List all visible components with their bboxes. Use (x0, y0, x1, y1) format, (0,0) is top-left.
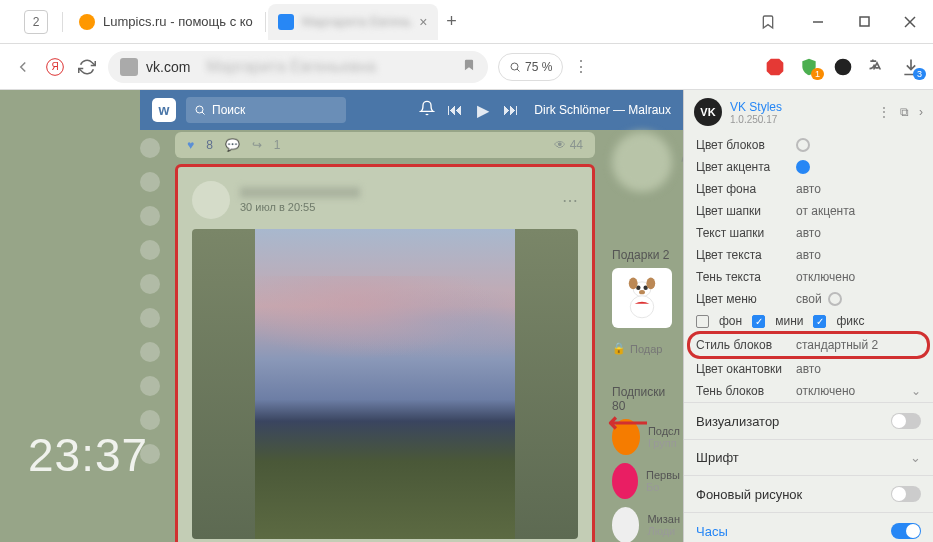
sub-item[interactable]: ПервыБо (612, 463, 680, 499)
svg-point-16 (629, 277, 638, 289)
share-icon[interactable]: ↪ (252, 138, 262, 152)
nav-item[interactable] (140, 172, 160, 192)
row-header-color[interactable]: Цвет шапкиот акцента (696, 200, 921, 222)
nav-item[interactable] (140, 206, 160, 226)
row-block-shadow[interactable]: Тень блоковотключено⌄ (696, 380, 921, 402)
panel-logo-icon: VK (694, 98, 722, 126)
row-block-style-highlighted[interactable]: Стиль блоковстандартный 2 (690, 334, 927, 356)
color-swatch[interactable] (828, 292, 842, 306)
color-swatch[interactable] (796, 138, 810, 152)
bookmark-icon[interactable] (745, 0, 791, 44)
reload-button[interactable] (76, 56, 98, 78)
nav-item[interactable] (140, 376, 160, 396)
post-image[interactable] (192, 229, 578, 539)
gift-item[interactable] (612, 268, 672, 328)
gifts-title[interactable]: Подарки 2 (612, 248, 680, 262)
favicon-icon (278, 14, 294, 30)
search-placeholder: Поиск (212, 103, 245, 117)
nav-item[interactable] (140, 240, 160, 260)
close-button[interactable] (887, 0, 933, 44)
row-bg-color[interactable]: Цвет фонаавто (696, 178, 921, 200)
nav-item[interactable] (140, 308, 160, 328)
url-box[interactable]: vk.com Маргарита Евгеньевна (108, 51, 488, 83)
avatar[interactable] (192, 181, 230, 219)
close-tab-icon[interactable]: × (419, 14, 427, 30)
zoom-indicator[interactable]: 75 % (498, 53, 563, 81)
section-font[interactable]: Шрифт⌄ (684, 439, 933, 475)
page-bookmark-icon[interactable] (462, 58, 476, 76)
favicon-icon (79, 14, 95, 30)
copy-icon[interactable]: ⧉ (900, 105, 909, 119)
row-accent-color[interactable]: Цвет акцента (696, 156, 921, 178)
minimize-button[interactable] (795, 0, 841, 44)
adblock-icon[interactable] (765, 57, 785, 77)
maximize-button[interactable] (841, 0, 887, 44)
notifications-icon[interactable] (418, 100, 436, 120)
profile-avatar-blurred (612, 132, 672, 192)
sub-item[interactable]: МизанЛюди (612, 507, 680, 542)
panel-title: VK Styles (730, 100, 782, 114)
next-track-icon[interactable]: ⏭ (502, 101, 520, 119)
post-actions-bar: ♥ 8 💬 ↪ 1 👁 44 (175, 132, 595, 158)
panel-header: VK VK Styles 1.0.250.17 ⋮ ⧉ › (684, 90, 933, 134)
checkbox-bg[interactable] (696, 315, 709, 328)
tab-counter[interactable]: 2 (24, 10, 48, 34)
like-icon[interactable]: ♥ (187, 138, 194, 152)
play-icon[interactable]: ▶ (474, 101, 492, 120)
extensions-tray: 1 3 (765, 57, 921, 77)
svg-point-15 (639, 290, 645, 294)
section-clock[interactable]: Часы (684, 512, 933, 542)
nav-item[interactable] (140, 138, 160, 158)
url-text: vk.com (146, 59, 190, 75)
gift-lock-row[interactable]: 🔒 Подар (612, 342, 680, 355)
yandex-icon[interactable]: Я (44, 56, 66, 78)
vk-search-input[interactable]: Поиск (186, 97, 346, 123)
section-bgimage[interactable]: Фоновый рисунок (684, 475, 933, 512)
row-menu-color[interactable]: Цвет менюсвой (696, 288, 921, 310)
shield-icon[interactable]: 1 (799, 57, 819, 77)
edit-icon[interactable] (680, 144, 683, 164)
nav-item[interactable] (140, 410, 160, 430)
back-button[interactable] (12, 56, 34, 78)
tabs-strip: Lumpics.ru - помощь с ко Маргарита Евген… (56, 4, 745, 40)
nav-item[interactable] (140, 274, 160, 294)
nav-item[interactable] (140, 342, 160, 362)
row-header-text[interactable]: Текст шапкиавто (696, 222, 921, 244)
vkstyles-ext-icon[interactable] (833, 57, 853, 77)
url-path-blurred: Маргарита Евгеньевна (206, 58, 376, 76)
checkbox-fix[interactable]: ✓ (813, 315, 826, 328)
checkbox-mini[interactable]: ✓ (752, 315, 765, 328)
new-tab-button[interactable]: + (438, 8, 466, 36)
comment-icon[interactable]: 💬 (225, 138, 240, 152)
vkstyles-panel: VK VK Styles 1.0.250.17 ⋮ ⧉ › Цвет блоко… (683, 90, 933, 542)
site-menu-icon[interactable]: ⋮ (573, 57, 589, 76)
section-visualizer[interactable]: Визуализатор (684, 402, 933, 439)
annotation-arrow-icon: ⟵ (608, 406, 648, 439)
tab-lumpics[interactable]: Lumpics.ru - помощь с ко (69, 4, 263, 40)
downloads-icon[interactable]: 3 (901, 57, 921, 77)
toggle[interactable] (891, 523, 921, 539)
author-name-blurred[interactable] (240, 187, 360, 198)
panel-menu-icon[interactable]: ⋮ (878, 105, 890, 119)
svg-point-6 (511, 63, 518, 70)
color-swatch[interactable] (796, 160, 810, 174)
post-card-highlighted: 30 июл в 20:55 ⋯ (175, 164, 595, 542)
row-text-color[interactable]: Цвет текстаавто (696, 244, 921, 266)
row-block-color[interactable]: Цвет блоков (696, 134, 921, 156)
overlay-clock: 23:37 (28, 428, 148, 482)
panel-version: 1.0.250.17 (730, 114, 782, 125)
feed: ♥ 8 💬 ↪ 1 👁 44 30 июл в 20:55 ⋯ (175, 132, 595, 542)
toggle[interactable] (891, 486, 921, 502)
chevron-down-icon[interactable]: ⌄ (910, 450, 921, 465)
prev-track-icon[interactable]: ⏮ (446, 101, 464, 119)
translate-icon[interactable] (867, 57, 887, 77)
vk-logo-icon[interactable]: w (152, 98, 176, 122)
tab-vk[interactable]: Маргарита Евгень × (268, 4, 438, 40)
tab-title: Lumpics.ru - помощь с ко (103, 14, 253, 29)
post-menu-icon[interactable]: ⋯ (562, 191, 578, 210)
chevron-right-icon[interactable]: › (919, 105, 923, 119)
toggle[interactable] (891, 413, 921, 429)
row-text-shadow[interactable]: Тень текстаотключено (696, 266, 921, 288)
row-border-color[interactable]: Цвет окантовкиавто (696, 358, 921, 380)
chevron-down-icon[interactable]: ⌄ (911, 384, 921, 398)
